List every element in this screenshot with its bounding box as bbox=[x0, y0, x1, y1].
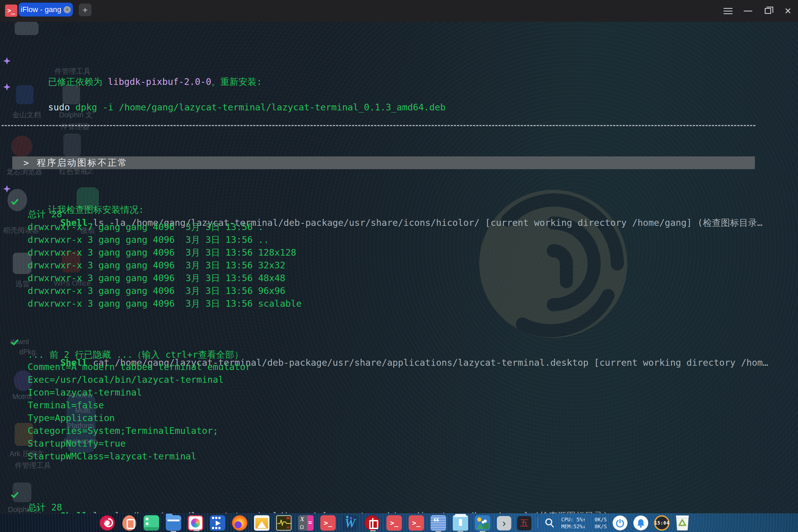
loongson-browser-icon[interactable] bbox=[364, 515, 380, 531]
terminal-output-line: Comment=A modern tabbed terminal emulato… bbox=[0, 361, 772, 374]
terminal-output-line: Type=Application bbox=[0, 413, 772, 425]
shell-output-list: 总计 28drwxrwxr-x 7 gang gang 4096 3月 3日 1… bbox=[0, 208, 772, 310]
wps-writer-icon[interactable]: W bbox=[342, 515, 358, 531]
app-store-icon[interactable] bbox=[122, 515, 136, 531]
minimize-button[interactable] bbox=[741, 3, 756, 18]
bg-icon-red-alert bbox=[63, 134, 81, 156]
bg-icon-loongson-browser bbox=[11, 136, 33, 157]
hidden-lines-note: ... 前 2 行已隐藏 ...（输入 ctrl+r查看全部） bbox=[0, 349, 772, 361]
image-viewer-icon[interactable] bbox=[254, 515, 269, 531]
terminal-app-icon-2[interactable]: >_ bbox=[386, 515, 402, 531]
sparkle-icon bbox=[3, 83, 11, 91]
system-monitor-icon[interactable]: 49 bbox=[276, 515, 291, 531]
assistant-message-line: 让我检查图标安装情况: bbox=[0, 183, 772, 195]
terminal-output-line: drwxrwxr-x 7 gang gang 4096 3月 3日 13:56 … bbox=[0, 221, 772, 234]
tab-iflow-gang[interactable]: iFlow - gang × bbox=[19, 3, 73, 17]
clock-time: 15:04 bbox=[654, 520, 669, 526]
terminal-app-icon-1[interactable]: >_ bbox=[320, 515, 336, 531]
clock-widget[interactable]: 15:04 bbox=[654, 515, 669, 531]
maximize-icon bbox=[765, 8, 771, 14]
firefox-icon[interactable] bbox=[232, 515, 247, 531]
shell-command-line: Shell cat /home/gang/lazycat-terminal/de… bbox=[0, 336, 772, 349]
taskbar-tray: › 五 CPU: 5%↑ 0K/S MEM:52%↓ 0K/S bbox=[497, 515, 689, 531]
notification-button[interactable] bbox=[633, 515, 648, 530]
check-icon bbox=[11, 197, 19, 205]
sudo-keyword: sudo bbox=[48, 102, 75, 113]
chevron-icon: > bbox=[23, 157, 30, 168]
notice-bar[interactable]: > 程序启动图标不正常 bbox=[12, 156, 755, 169]
screen: >_ iFlow - gang × + × bbox=[0, 0, 798, 532]
terminal-output-line: Icon=lazycat-terminal bbox=[0, 387, 772, 400]
tex-editor-icon[interactable]: X Ω = bbox=[298, 515, 314, 531]
close-icon: × bbox=[785, 5, 791, 17]
tray-expand-button[interactable]: › bbox=[497, 516, 511, 530]
terminal-output-line: drwxrwxr-x 3 gang gang 4096 3月 3日 13:56 … bbox=[0, 247, 772, 259]
terminal-output-line: drwxrwxr-x 3 gang gang 4096 3月 3日 13:56 … bbox=[0, 234, 772, 247]
cpu-usage: CPU: 5%↑ bbox=[561, 517, 586, 522]
shell-output-list: 总计 28drwxrwxr-x 6 gang gang 4096 3月 3日 1… bbox=[0, 501, 772, 513]
notes-app-icon[interactable] bbox=[144, 515, 159, 531]
bg-icon-blob bbox=[15, 22, 39, 35]
terminal-output-line: Terminal=false bbox=[0, 400, 772, 413]
launcher-icon[interactable] bbox=[99, 515, 115, 531]
power-icon bbox=[615, 518, 625, 528]
taskbar-dock: 49 X Ω = >_ W >_ >_ “ bbox=[99, 515, 490, 531]
check-icon bbox=[11, 490, 19, 498]
ekg-waveform bbox=[278, 518, 291, 526]
download-speed: 0K/S bbox=[595, 524, 607, 529]
new-tab-button[interactable]: + bbox=[79, 3, 92, 16]
assistant-message-line: 已修正依赖为 libgdk-pixbuf-2.0-0。重新安装: bbox=[0, 55, 772, 67]
hamburger-icon bbox=[723, 8, 733, 9]
maximize-button[interactable] bbox=[760, 3, 775, 18]
shell-output-list: Comment=A modern tabbed terminal emulato… bbox=[0, 361, 772, 464]
input-method-indicator[interactable]: 五 bbox=[517, 516, 531, 530]
sparkle-icon bbox=[3, 185, 11, 193]
shell-command-line: Shell ls -la /home/gang/lazycat-terminal… bbox=[0, 195, 772, 208]
menu-button[interactable] bbox=[721, 3, 736, 18]
document-app-icon[interactable]: “ bbox=[431, 515, 446, 531]
terminal-output-line: StartupNotify=true bbox=[0, 438, 772, 451]
terminal-output-line: Exec=/usr/local/bin/lazycat-terminal bbox=[0, 374, 772, 387]
terminal-app-icon: >_ bbox=[5, 4, 17, 17]
bell-icon bbox=[636, 518, 646, 528]
photos-app-icon[interactable] bbox=[475, 515, 490, 531]
bg-label: 件管理器 bbox=[61, 122, 89, 131]
close-button[interactable]: × bbox=[780, 3, 795, 18]
tab-title: iFlow - gang bbox=[21, 5, 61, 14]
running-indicator bbox=[480, 531, 486, 532]
notice-text: 程序启动图标不正常 bbox=[37, 157, 128, 169]
terminal-app-icon-3[interactable]: >_ bbox=[408, 515, 424, 531]
tab-close-icon[interactable]: × bbox=[63, 6, 71, 13]
running-indicator bbox=[370, 530, 376, 531]
trash-icon[interactable] bbox=[676, 515, 689, 530]
taskbar: 49 X Ω = >_ W >_ >_ “ › 五 bbox=[0, 513, 798, 532]
search-icon[interactable] bbox=[544, 517, 555, 529]
system-stats[interactable]: CPU: 5%↑ 0K/S MEM:52%↓ 0K/S bbox=[561, 517, 607, 529]
terminal-output-line: 总计 28 bbox=[0, 501, 772, 513]
command-line: sudo dpkg -i /home/gang/lazycat-terminal… bbox=[0, 81, 772, 93]
terminal-output-line: drwxrwxr-x 3 gang gang 4096 3月 3日 13:56 … bbox=[0, 272, 772, 285]
package-installer-icon[interactable] bbox=[453, 515, 468, 531]
tray-separator bbox=[537, 517, 538, 529]
power-button[interactable] bbox=[613, 515, 627, 530]
running-indicator bbox=[194, 530, 200, 531]
video-player-icon[interactable] bbox=[210, 515, 225, 531]
terminal-output-line: drwxrwxr-x 3 gang gang 4096 3月 3日 13:56 … bbox=[0, 298, 772, 310]
minimize-icon bbox=[744, 11, 752, 12]
terminal-output-line: Categories=System;TerminalEmulator; bbox=[0, 425, 772, 438]
terminal-output-line: StartupWMClass=lazycat-terminal bbox=[0, 451, 772, 464]
terminal-output-line: drwxrwxr-x 3 gang gang 4096 3月 3日 13:56 … bbox=[0, 259, 772, 272]
running-indicator bbox=[457, 531, 463, 532]
recycle-glyph bbox=[678, 518, 687, 528]
check-icon bbox=[11, 338, 19, 345]
command-text: dpkg -i /home/gang/lazycat-terminal/lazy… bbox=[75, 102, 445, 113]
file-manager-icon[interactable] bbox=[166, 515, 181, 531]
running-indicator bbox=[435, 531, 441, 532]
monitor-value: 49 bbox=[286, 526, 290, 529]
dashed-separator bbox=[2, 125, 756, 126]
running-indicator bbox=[171, 531, 176, 532]
terminal-titlebar: >_ iFlow - gang × + × bbox=[0, 0, 798, 22]
terminal-viewport: 件管理工具 金山文档 Dolphin 文 件管理器 龙芯浏览器 红色警戒2: 稻… bbox=[0, 22, 798, 513]
iflow-app-icon[interactable] bbox=[188, 515, 203, 531]
led-icon bbox=[286, 517, 290, 519]
